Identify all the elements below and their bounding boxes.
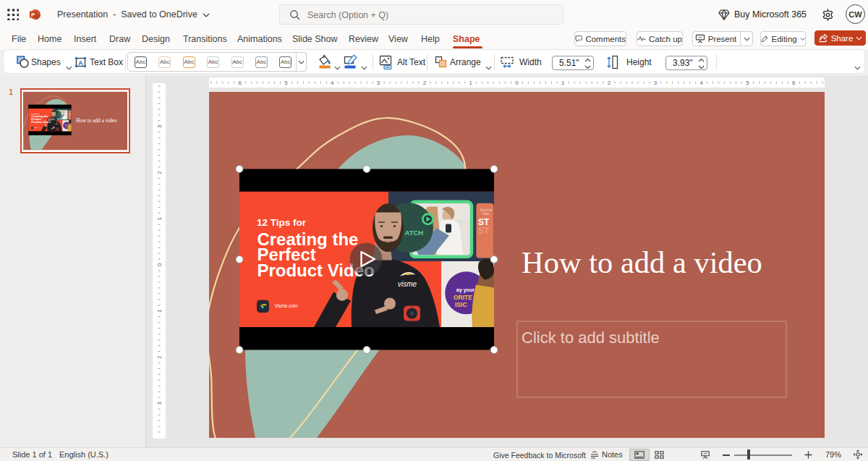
- svg-text:3: 3: [156, 124, 163, 128]
- svg-text:2: 2: [423, 80, 427, 86]
- svg-text:3: 3: [156, 401, 163, 405]
- svg-text:Click to add subtitle: Click to add subtitle: [522, 329, 660, 347]
- svg-text:P: P: [31, 12, 35, 18]
- svg-text:2: 2: [156, 355, 163, 359]
- svg-text:A: A: [78, 59, 83, 67]
- svg-text:6: 6: [792, 80, 796, 86]
- svg-text:6: 6: [238, 80, 242, 86]
- svg-text:2: 2: [608, 80, 611, 86]
- svg-text:1: 1: [561, 80, 565, 86]
- svg-text:5: 5: [746, 80, 749, 86]
- svg-text:4: 4: [699, 80, 703, 86]
- svg-text:3: 3: [654, 80, 658, 86]
- svg-text:0: 0: [156, 263, 163, 266]
- svg-text:4: 4: [331, 80, 334, 86]
- svg-text:1: 1: [469, 80, 472, 86]
- svg-text:1: 1: [156, 309, 163, 313]
- svg-text:3: 3: [377, 80, 380, 86]
- svg-text:0: 0: [515, 80, 519, 86]
- svg-text:2: 2: [156, 171, 163, 174]
- svg-text:1: 1: [156, 217, 163, 221]
- svg-text:5: 5: [284, 80, 288, 86]
